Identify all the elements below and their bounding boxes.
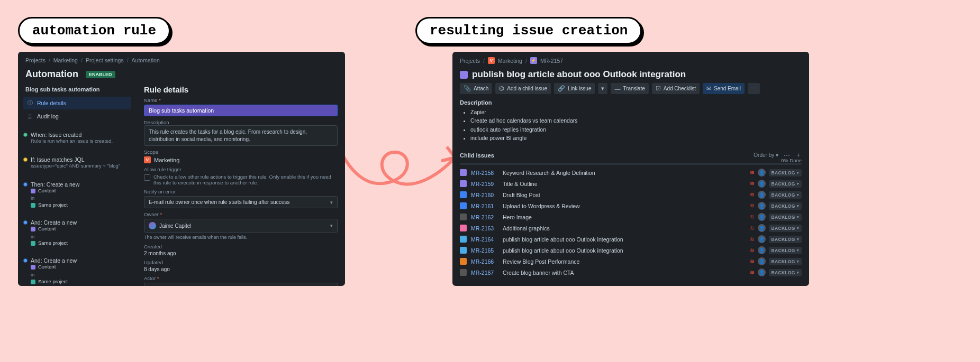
crumb-projects[interactable]: Projects (460, 58, 480, 64)
status-pill[interactable]: BACKLOG▾ (769, 180, 802, 188)
child-issue-row[interactable]: MR-2162Hero Image≋👤BACKLOG▾ (452, 211, 809, 222)
child-issue-row[interactable]: MR-2166Review Blog Post Performance≋👤BAC… (452, 256, 809, 267)
priority-icon[interactable]: ≋ (750, 269, 755, 276)
notify-select[interactable]: E-mail rule owner once when rule starts … (144, 196, 338, 208)
issue-key[interactable]: MR-2160 (471, 192, 498, 198)
child-issue-row[interactable]: MR-2158Keyword Research & Angle Definiti… (452, 167, 809, 178)
attach-button[interactable]: 📎Attach (460, 83, 492, 94)
issue-summary[interactable]: publish blog article about ooo Outlook i… (503, 236, 746, 243)
email-icon: ✉ (706, 85, 711, 92)
status-pill[interactable]: BACKLOG▾ (769, 202, 802, 210)
description-label: Description (144, 119, 338, 125)
crumb-project[interactable]: Marketing (498, 58, 522, 64)
issue-key[interactable]: MR-2167 (471, 270, 498, 276)
add-child-button[interactable]: ⌬Add a child issue (495, 83, 551, 94)
description-input[interactable]: This rule creates the tasks for a blog e… (144, 125, 338, 146)
step-when[interactable]: When: Issue created Rule is run when an … (23, 128, 131, 149)
assignee-avatar[interactable]: 👤 (758, 213, 766, 221)
status-pill[interactable]: BACKLOG▾ (769, 169, 802, 177)
issue-summary[interactable]: Keyword Research & Angle Definition (503, 170, 746, 176)
breadcrumb: Projects/ Marketing/ Project settings/ A… (18, 52, 345, 69)
issue-summary[interactable]: Review Blog Post Performance (503, 258, 746, 265)
assignee-avatar[interactable]: 👤 (758, 191, 766, 199)
issue-title[interactable]: publish blog article about ooo Outlook i… (472, 69, 686, 80)
assignee-avatar[interactable]: 👤 (758, 169, 766, 177)
priority-icon[interactable]: ≋ (750, 225, 755, 231)
priority-icon[interactable]: ≋ (750, 180, 755, 187)
step-then[interactable]: Then: Create a new Content in Same proje… (23, 178, 131, 214)
order-by-button[interactable]: Order by ▾ (754, 152, 778, 158)
status-pill[interactable]: BACKLOG▾ (769, 269, 802, 276)
priority-icon[interactable]: ≋ (750, 191, 755, 198)
updated-value: 8 days ago (144, 266, 338, 272)
chevron-down-icon: ▾ (330, 223, 333, 228)
issue-summary[interactable]: Create blog banner with CTA (503, 270, 746, 276)
assignee-avatar[interactable]: 👤 (758, 202, 766, 210)
allow-trigger-checkbox[interactable] (144, 174, 150, 181)
child-issue-row[interactable]: MR-2159Title & Outline≋👤BACKLOG▾ (452, 178, 809, 189)
crumb-issue-key[interactable]: MR-2157 (540, 58, 563, 64)
issue-key[interactable]: MR-2161 (471, 203, 498, 209)
child-issue-row[interactable]: MR-2165publish blog article about ooo Ou… (452, 245, 809, 256)
issue-key[interactable]: MR-2163 (471, 225, 498, 231)
step-and-1[interactable]: And: Create a new Content in Same projec… (23, 216, 131, 252)
issue-summary[interactable]: Title & Outline (503, 181, 746, 187)
priority-icon[interactable]: ≋ (750, 247, 755, 254)
child-issue-row[interactable]: MR-2161Upload to Wordpress & Review≋👤BAC… (452, 200, 809, 211)
issue-key[interactable]: MR-2165 (471, 247, 498, 254)
link-issue-button[interactable]: 🔗Link issue (554, 83, 595, 94)
child-issue-row[interactable]: MR-2163Additional graphics≋👤BACKLOG▾ (452, 222, 809, 234)
status-pill[interactable]: BACKLOG▾ (769, 191, 802, 199)
priority-icon[interactable]: ≋ (750, 169, 755, 176)
assignee-avatar[interactable]: 👤 (758, 224, 766, 232)
actor-select[interactable]: ⚡Automation for Jira ▾ (144, 283, 338, 286)
child-issue-row[interactable]: MR-2160Draft Blog Post≋👤BACKLOG▾ (452, 189, 809, 200)
status-pill[interactable]: BACKLOG▾ (769, 258, 802, 265)
issue-key[interactable]: MR-2159 (471, 181, 498, 187)
content-type-icon (31, 227, 35, 231)
priority-icon[interactable]: ≋ (750, 258, 755, 265)
step-if[interactable]: If: Issue matches JQL issuetype="epic" A… (23, 153, 131, 174)
priority-icon[interactable]: ≋ (750, 214, 755, 220)
issue-summary[interactable]: Hero Image (503, 214, 746, 220)
child-issue-row[interactable]: MR-2164publish blog article about ooo Ou… (452, 234, 809, 245)
issue-summary[interactable]: Upload to Wordpress & Review (503, 203, 746, 209)
nav-audit-log[interactable]: ≣ Audit log (23, 110, 131, 122)
assignee-avatar[interactable]: 👤 (758, 246, 766, 254)
issue-key[interactable]: MR-2158 (471, 170, 498, 176)
issue-key[interactable]: MR-2162 (471, 214, 498, 220)
send-email-button[interactable]: ✉Send Email (703, 83, 745, 94)
status-pill[interactable]: BACKLOG▾ (769, 247, 802, 254)
assignee-avatar[interactable]: 👤 (758, 235, 766, 243)
add-checklist-button[interactable]: ☑Add Checklist (652, 83, 700, 94)
scope-value[interactable]: V Marketing (144, 156, 338, 163)
more-actions-button[interactable]: ⋯ (748, 83, 760, 94)
child-issue-row[interactable]: MR-2167Create blog banner with CTA≋👤BACK… (452, 267, 809, 278)
name-input[interactable]: Blog sub tasks automation (144, 105, 338, 116)
assignee-avatar[interactable]: 👤 (758, 257, 766, 265)
assignee-avatar[interactable]: 👤 (758, 268, 766, 276)
nav-rule-details[interactable]: ⓘ Rule details (23, 97, 131, 109)
issue-key[interactable]: MR-2166 (471, 258, 498, 265)
issue-summary[interactable]: Draft Blog Post (503, 192, 746, 198)
status-pill[interactable]: BACKLOG▾ (769, 214, 802, 221)
crumb-projects[interactable]: Projects (25, 57, 46, 63)
crumb-project-settings[interactable]: Project settings (86, 57, 124, 63)
priority-icon[interactable]: ≋ (750, 202, 755, 209)
description-list[interactable]: Zapier Create ad hoc calendars vs team c… (460, 108, 802, 142)
chevron-down-icon: ▾ (797, 215, 799, 219)
status-pill[interactable]: BACKLOG▾ (769, 225, 802, 232)
issue-key[interactable]: MR-2164 (471, 236, 498, 243)
owner-select[interactable]: Jaime Capitel ▾ (144, 219, 338, 233)
crumb-automation[interactable]: Automation (132, 57, 160, 63)
crumb-marketing[interactable]: Marketing (53, 57, 78, 63)
description-item: Create ad hoc calendars vs team calendar… (470, 116, 802, 125)
step-and-2[interactable]: And: Create a new Content in Same projec… (23, 254, 131, 286)
assignee-avatar[interactable]: 👤 (758, 180, 766, 188)
status-pill[interactable]: BACKLOG▾ (769, 236, 802, 243)
link-issue-dropdown[interactable]: ▾ (598, 83, 607, 94)
priority-icon[interactable]: ≋ (750, 236, 755, 243)
issue-summary[interactable]: publish blog article about ooo Outlook i… (503, 247, 746, 254)
translate-button[interactable]: —Translate (611, 83, 648, 94)
issue-summary[interactable]: Additional graphics (503, 225, 746, 231)
